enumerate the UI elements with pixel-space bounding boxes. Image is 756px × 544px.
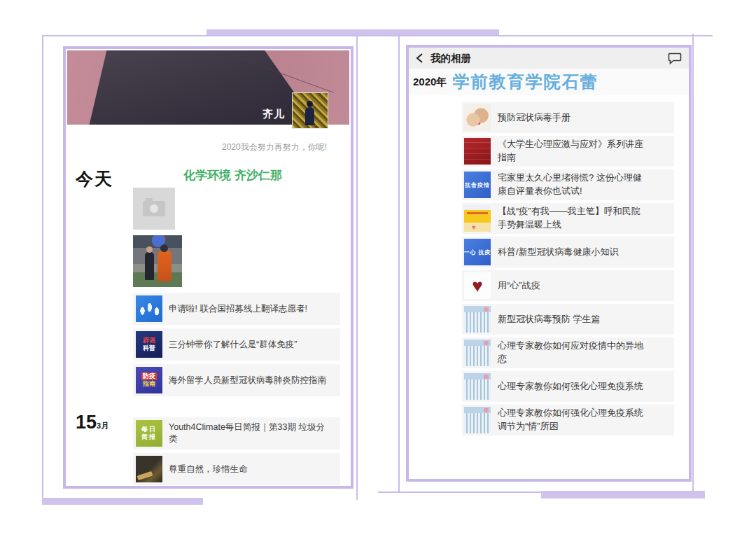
frame-bottom-left-bar bbox=[42, 498, 203, 505]
post-photo-thumbnail[interactable] bbox=[133, 235, 182, 287]
profile-signature: 2020我会努力再努力，你呢! bbox=[66, 141, 327, 153]
crowd-illustration-icon bbox=[464, 407, 491, 433]
album-year: 2020年 bbox=[413, 76, 447, 89]
avatar-figure-icon bbox=[305, 107, 314, 125]
feed-date-month: 3月 bbox=[97, 421, 108, 430]
wechat-moments-panel: 齐儿 2020我会努力再努力，你呢! 今天 化学环境 齐沙仁那 申请啦! 联合国… bbox=[63, 46, 354, 489]
epidemic-guide-icon: 防疫 指南 bbox=[136, 367, 162, 393]
article-list: 申请啦! 联合国招募线上翻译志愿者! 辟谣 科普 三分钟带你了解什么是“群体免疫… bbox=[133, 293, 340, 396]
album-panel: 我的相册 2020年 学前教育学院石蕾 预防冠状病毒手册 《大学生心理应激与应对… bbox=[406, 45, 692, 482]
feed-date-day: 15 bbox=[76, 412, 97, 433]
message-bubble-icon[interactable] bbox=[668, 53, 682, 64]
album-header: 我的相册 bbox=[409, 48, 689, 69]
album-year-row: 2020年 学前教育学院石蕾 bbox=[409, 69, 689, 95]
album-owner-title: 学前教育学院石蕾 bbox=[452, 71, 598, 93]
daily-brief-icon: 每日 简报 bbox=[136, 420, 162, 447]
album-item[interactable]: 心理专家教你如何强化心理免疫系统 调节为“情”所困 bbox=[462, 405, 674, 435]
feed-entry-today: 今天 化学环境 齐沙仁那 申请啦! 联合国招募线上翻译志愿者! 辟谣 bbox=[76, 167, 340, 396]
frame-bottom-right-bar bbox=[541, 491, 705, 498]
rumor-science-icon: 辟谣 科普 bbox=[136, 331, 162, 358]
camera-placeholder[interactable] bbox=[133, 188, 175, 230]
album-item[interactable]: 一心 抗疫 科普/新型冠状病毒健康小知识 bbox=[462, 237, 674, 267]
red-poster-icon bbox=[464, 138, 491, 165]
feed-content-column: 化学环境 齐沙仁那 申请啦! 联合国招募线上翻译志愿者! 辟谣 科普 bbox=[133, 167, 340, 396]
album-item[interactable]: 新型冠状病毒预防 学生篇 bbox=[462, 304, 674, 335]
album-item-list: 预防冠状病毒手册 《大学生心理应激与应对》系列讲座指南 抗击疫情 宅家里太久心里… bbox=[462, 102, 674, 435]
back-button[interactable] bbox=[416, 53, 424, 64]
frame-middle-right-line bbox=[398, 34, 400, 493]
article-item[interactable]: 申请啦! 联合国招募线上翻译志愿者! bbox=[133, 293, 340, 325]
album-header-title: 我的相册 bbox=[430, 52, 668, 65]
collage-canvas: 齐儿 2020我会努力再努力，你呢! 今天 化学环境 齐沙仁那 申请啦! 联合国… bbox=[0, 0, 756, 544]
crowd-illustration-icon bbox=[464, 373, 491, 400]
album-item[interactable]: 《大学生心理应激与应对》系列讲座指南 bbox=[462, 136, 674, 167]
album-item[interactable]: 抗击疫情 宅家里太久心里堵得慌? 这份心理健康自评量表你也试试! bbox=[462, 169, 674, 200]
yellow-poster-icon bbox=[464, 205, 491, 232]
post-title: 化学环境 齐沙仁那 bbox=[183, 167, 340, 183]
nature-photo-icon bbox=[136, 456, 162, 482]
frame-right-line bbox=[692, 34, 694, 493]
frame-left-line bbox=[42, 35, 43, 498]
profile-nickname: 齐儿 bbox=[262, 108, 285, 121]
feed-date-column: 153月 bbox=[76, 412, 133, 485]
feed-entry-march-15: 153月 每日 简报 Youth4Climate每日简报｜第33期 垃圾分类 尊… bbox=[76, 412, 340, 485]
album-item[interactable]: 心理专家教你如何强化心理免疫系统 bbox=[462, 371, 674, 402]
feed-content-column: 每日 简报 Youth4Climate每日简报｜第33期 垃圾分类 尊重自然，珍… bbox=[133, 412, 340, 485]
camera-icon bbox=[143, 201, 165, 216]
article-item[interactable]: 辟谣 科普 三分钟带你了解什么是“群体免疫” bbox=[133, 328, 340, 361]
profile-avatar[interactable] bbox=[292, 92, 328, 129]
frame-top-line bbox=[42, 35, 713, 36]
article-list: 每日 简报 Youth4Climate每日简报｜第33期 垃圾分类 尊重自然，珍… bbox=[133, 417, 340, 485]
profile-cover-photo[interactable]: 齐儿 bbox=[67, 50, 349, 125]
article-item[interactable]: 防疫 指南 海外留学人员新型冠状病毒肺炎防控指南 bbox=[133, 364, 340, 396]
article-item[interactable]: 每日 简报 Youth4Climate每日简报｜第33期 垃圾分类 bbox=[133, 417, 340, 449]
frame-middle-left-line bbox=[356, 35, 358, 500]
photo-person-orange bbox=[158, 251, 172, 281]
album-item[interactable]: 预防冠状病毒手册 bbox=[462, 102, 674, 133]
feed-date-today: 今天 bbox=[76, 169, 113, 188]
back-chevron-icon bbox=[416, 53, 424, 64]
broken-heart-icon: ♥ bbox=[464, 272, 491, 299]
hands-care-icon bbox=[464, 104, 491, 131]
crowd-illustration-icon bbox=[464, 306, 491, 333]
photo-person-dark bbox=[145, 252, 154, 280]
crowd-illustration-icon bbox=[464, 340, 491, 366]
album-item[interactable]: ♥ 用“心”战疫 bbox=[462, 270, 674, 301]
album-item[interactable]: 【战“疫”有我——我主笔】呼和民院手势舞温暖上线 bbox=[462, 203, 674, 234]
feed-date-column: 今天 bbox=[76, 167, 133, 396]
album-item[interactable]: 心理专家教你如何应对疫情中的异地恋 bbox=[462, 337, 674, 368]
blue-banner-icon: 抗击疫情 bbox=[464, 172, 491, 198]
blue-banner-icon: 一心 抗疫 bbox=[464, 239, 491, 265]
article-item[interactable]: 尊重自然，珍惜生命 bbox=[133, 453, 340, 485]
un-volunteer-icon bbox=[136, 295, 162, 322]
